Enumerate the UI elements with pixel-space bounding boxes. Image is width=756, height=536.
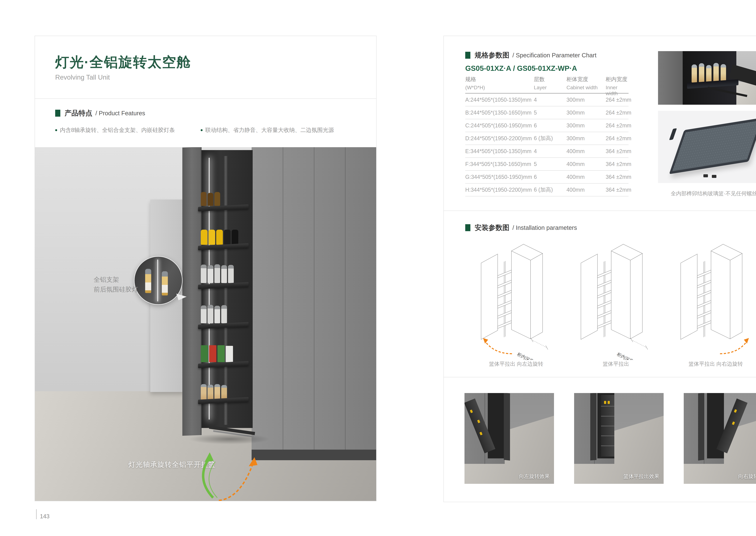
left-page: 灯光·全铝旋转太空舱 Revolving Tall Unit 产品特点 / Pr…: [35, 36, 376, 501]
section-square-icon: [55, 110, 60, 117]
bullet-dot-icon: [55, 129, 57, 131]
basket-items: [201, 186, 247, 206]
cell-cabinet-width: 400mm: [567, 148, 606, 154]
cell-spec: C:244*505*(1650-1950)mm: [465, 122, 534, 129]
catalog-spread: 灯光·全铝旋转太空舱 Revolving Tall Unit 产品特点 / Pr…: [0, 0, 756, 536]
cell-cabinet-width: 400mm: [567, 187, 606, 193]
cell-cabinet-width: 400mm: [567, 174, 606, 180]
cell-layer: 5: [534, 110, 567, 116]
callout-label: 全铝支架 前后氛围硅胶灯: [94, 275, 138, 294]
cell-layer: 6 (加高): [534, 186, 567, 193]
cell-layer: 6 (加高): [534, 135, 567, 142]
cell-spec: G:344*505*(1650-1950)mm: [465, 174, 534, 180]
effect-photo-rotate-left: 向左旋转效果: [464, 393, 554, 484]
callout-led-strip: [157, 260, 158, 301]
effect-caption: 篮体平拉出效果: [623, 473, 659, 480]
cell-spec: A:244*505*(1050-1350)mm: [465, 97, 534, 103]
spec-photos: 全内部榫卯结构玻璃篮·不见任何螺丝: [658, 51, 756, 197]
page-title: 灯光·全铝旋转太空舱: [55, 55, 376, 69]
section-square-icon: [465, 224, 470, 231]
table-row: A:244*505*(1050-1350)mm4300mm264 ±2mm: [465, 93, 629, 106]
rotation-arrows: [192, 448, 260, 501]
col-header-cabinet-en: Cabinet width: [567, 84, 606, 90]
cabinet-seam: [314, 147, 314, 460]
cell-spec: H:344*505*(1950-2200)mm: [465, 187, 534, 193]
feature-bullet: 内含8轴承旋转、全铝合金支架、内嵌硅胶灯条: [55, 126, 175, 134]
installation-section: 安装参数图 / Installation parameters: [444, 211, 756, 377]
basket-clip: [712, 175, 716, 178]
cell-inner-width: 264 ±2mm: [606, 97, 629, 103]
main-product-photo: 全铝支架 前后氛围硅胶灯 灯光轴承旋转全铝平开拉篮: [35, 147, 376, 501]
feature-bullet-text: 内含8轴承旋转、全铝合金支架、内嵌硅胶灯条: [60, 126, 175, 134]
table-row: G:344*505*(1650-1950)mm6400mm364 ±2mm: [465, 171, 629, 184]
effect-photo-straight: 篮体平拉出效果: [574, 393, 664, 484]
features-bullets: 内含8轴承旋转、全铝合金支架、内嵌硅胶灯条 联动结构、省力静音、大容量大收纳、二…: [55, 126, 376, 134]
install-heading: 安装参数图 / Installation parameters: [465, 223, 577, 232]
table-row: D:244*505*(1950-2200)mm6 (加高)300mm264 ±2…: [465, 132, 629, 145]
spec-section: 规格参数图 / Specification Parameter Chart GS…: [444, 36, 756, 211]
spec-photo-caption: 全内部榫卯结构玻璃篮·不见任何螺丝: [658, 190, 756, 197]
cell-layer: 6: [534, 174, 567, 180]
basket-items: [201, 343, 247, 362]
install-diagram-straight: 柜内深度 ≥520mm: [577, 241, 655, 360]
cell-spec: B:244*505*(1350-1650)mm: [465, 110, 534, 116]
table-row: B:244*505*(1350-1650)mm5300mm264 ±2mm: [465, 106, 629, 119]
table-row: H:344*505*(1950-2200)mm6 (加高)400mm364 ±2…: [465, 184, 629, 196]
cell-cabinet-width: 300mm: [567, 135, 606, 142]
spec-photo-pullout: [658, 51, 756, 105]
install-caption-right: 篮体平拉出 向右边旋转: [677, 360, 755, 367]
cell-inner-width: 264 ±2mm: [606, 122, 629, 129]
spec-photo-basket: [658, 111, 756, 183]
basket-items: [201, 263, 247, 283]
cell-spec: F:344*505*(1350-1650)mm: [465, 161, 534, 167]
cell-cabinet-width: 300mm: [567, 97, 606, 103]
features-heading-en: / Product Features: [95, 110, 145, 117]
page-subtitle: Revolving Tall Unit: [55, 74, 376, 81]
cell-inner-width: 264 ±2mm: [606, 135, 629, 142]
product-features-section: 产品特点 / Product Features 内含8轴承旋转、全铝合金支架、内…: [35, 99, 376, 147]
cell-cabinet-width: 300mm: [567, 110, 606, 116]
cell-layer: 4: [534, 148, 567, 154]
spec-heading-en: / Specification Parameter Chart: [513, 52, 596, 59]
glass-basket: [669, 117, 756, 174]
table-row: C:244*505*(1650-1950)mm6300mm264 ±2mm: [465, 119, 629, 132]
cell-inner-width: 364 ±2mm: [606, 187, 629, 193]
table-row: F:344*505*(1350-1650)mm5400mm364 ±2mm: [465, 158, 629, 171]
col-header-layer-en: Layer: [534, 84, 567, 90]
basket-clip: [703, 174, 708, 177]
install-heading-zh: 安装参数图: [475, 223, 509, 232]
install-captions: 篮体平拉出 向左边旋转 篮体平拉出 篮体平拉出 向右边旋转: [444, 360, 756, 367]
col-header-inner-zh: 柜内宽度: [606, 76, 629, 83]
effect-photo-rotate-right: 向右旋转效果: [684, 393, 756, 484]
feature-bullet-text: 联动结构、省力静音、大容量大收纳、二边氛围光源: [205, 126, 334, 134]
spec-heading-zh: 规格参数图: [475, 50, 509, 60]
install-diagrams: 柜内深度 ≥520mm: [444, 241, 756, 360]
callout-label-line1: 全铝支架: [94, 275, 138, 285]
callout-label-line2: 前后氛围硅胶灯: [94, 285, 138, 294]
cell-spec: E:344*505*(1050-1350)mm: [465, 148, 534, 154]
bullet-dot-icon: [201, 129, 203, 131]
features-heading-zh: 产品特点: [65, 109, 92, 118]
right-page: 规格参数图 / Specification Parameter Chart GS…: [443, 36, 756, 502]
photo-open-door: [182, 147, 202, 436]
install-diagram-rotate-right: [677, 241, 755, 360]
feature-bullet: 联动结构、省力静音、大容量大收纳、二边氛围光源: [201, 126, 334, 134]
cabinet-seam: [345, 147, 345, 460]
cell-cabinet-width: 300mm: [567, 122, 606, 129]
cell-cabinet-width: 400mm: [567, 161, 606, 167]
install-heading-en: / Installation parameters: [513, 224, 577, 231]
callout-bottle: [145, 269, 151, 293]
detail-callout-circle: [134, 256, 183, 305]
cell-inner-width: 364 ±2mm: [606, 148, 629, 154]
features-heading: 产品特点 / Product Features: [55, 109, 376, 118]
col-header-spec-zh: 规格: [465, 76, 534, 83]
effect-caption: 向左旋转效果: [519, 473, 550, 480]
table-row: E:344*505*(1050-1350)mm4400mm364 ±2mm: [465, 145, 629, 158]
left-page-header: 灯光·全铝旋转太空舱 Revolving Tall Unit: [35, 36, 376, 99]
dim-label: 柜内深度 ≥520mm: [616, 352, 651, 360]
spec-table-header: 规格(W*D*H) 层数Layer 柜体宽度Cabinet width 柜内宽度…: [465, 74, 629, 93]
basket-items: [201, 303, 247, 323]
page-number-left: 143: [36, 509, 49, 519]
page-number-divider: [36, 509, 37, 519]
install-caption-left: 篮体平拉出 向左边旋转: [477, 360, 555, 367]
